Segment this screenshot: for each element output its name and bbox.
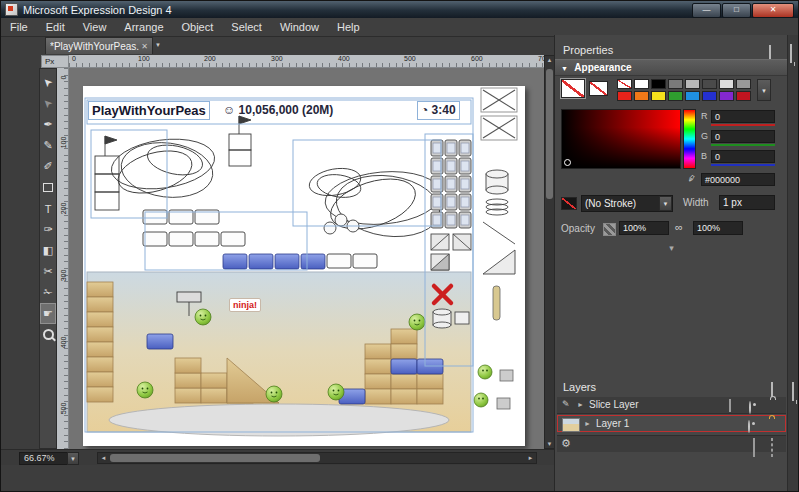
palette-swatch[interactable]	[702, 91, 717, 101]
layer-row-layer1[interactable]: ► Layer 1	[557, 415, 786, 432]
zoom-level-field[interactable]: 66.67%	[19, 452, 71, 465]
paint-tool[interactable]: ◧	[40, 240, 56, 261]
menu-help[interactable]: Help	[328, 18, 369, 36]
pen-tool[interactable]: ✒	[40, 114, 56, 135]
link-opacity-icon[interactable]: ∞	[675, 221, 683, 233]
palette-swatch[interactable]	[685, 91, 700, 101]
selection-tool[interactable]: ➤	[40, 72, 56, 93]
pencil-tool[interactable]: ✎	[40, 135, 56, 156]
tab-list-dropdown-icon[interactable]: ▼	[155, 42, 161, 48]
hex-color-field[interactable]: #000000	[701, 173, 775, 186]
text-tool[interactable]: T	[40, 198, 56, 219]
eyedropper-icon[interactable]: ✑	[684, 172, 698, 185]
magnifier-icon	[43, 329, 54, 340]
menu-edit[interactable]: Edit	[37, 18, 74, 36]
menu-window[interactable]: Window	[271, 18, 328, 36]
eyedropper-tool[interactable]: ✑	[40, 219, 56, 240]
scroll-up-icon[interactable]: ▲	[545, 57, 554, 63]
titlebar[interactable]: Microsoft Expression Design 4 — □ ✕	[1, 1, 798, 18]
menu-object[interactable]: Object	[173, 18, 223, 36]
expand-appearance-chevron[interactable]: ▾	[555, 243, 788, 253]
green-label: G	[701, 131, 708, 141]
close-button[interactable]: ✕	[752, 3, 794, 18]
green-value-field[interactable]: 0	[711, 130, 775, 143]
maximize-button[interactable]: □	[722, 3, 751, 18]
palette-swatch[interactable]	[668, 79, 683, 89]
layers-edge-pin-icon[interactable]	[792, 382, 794, 401]
game-score-text[interactable]: ☺ 10,056,000 (20M)	[223, 103, 333, 117]
palette-swatch[interactable]	[668, 91, 683, 101]
green-channel-bar	[711, 144, 775, 146]
palette-swatch[interactable]	[736, 79, 751, 89]
canvas[interactable]: PlayWithYourPeas ☺ 10,056,000 (20M) ◔ 3:…	[69, 68, 544, 449]
hand-icon: ☛	[43, 307, 53, 320]
scroll-down-icon[interactable]: ▼	[545, 441, 554, 447]
palette-swatch[interactable]	[651, 79, 666, 89]
blue-value-field[interactable]: 0	[711, 150, 775, 163]
menu-select[interactable]: Select	[222, 18, 271, 36]
menu-view[interactable]: View	[74, 18, 116, 36]
expand-layer-icon[interactable]: ►	[584, 420, 591, 427]
layer-visibility-icon[interactable]	[749, 401, 751, 414]
palette-swatch[interactable]	[634, 91, 649, 101]
layer-row-slice[interactable]: ✎ ► Slice Layer	[557, 397, 786, 414]
document-tab[interactable]: *PlayWithYourPeas... ✕	[45, 37, 153, 54]
paintbrush-tool[interactable]: ✐	[40, 156, 56, 177]
artboard[interactable]: PlayWithYourPeas ☺ 10,056,000 (20M) ◔ 3:…	[83, 86, 525, 446]
direct-selection-tool[interactable]: ➤	[40, 93, 56, 114]
zoom-dropdown-icon[interactable]: ▼	[67, 452, 79, 465]
ninja-label[interactable]: ninja!	[229, 298, 261, 312]
hruler-num: 600	[471, 55, 483, 62]
object-opacity-field[interactable]: 100%	[619, 221, 669, 235]
slice-tool[interactable]: ✁	[40, 282, 56, 303]
swatch-library-dropdown-icon[interactable]: ▼	[757, 79, 771, 101]
layer-options-gear-icon[interactable]: ⚙	[561, 437, 571, 450]
palette-swatch[interactable]	[736, 91, 751, 101]
scroll-right-icon[interactable]: ►	[526, 455, 535, 461]
add-layer-icon[interactable]	[753, 438, 755, 457]
fill-opacity-field[interactable]: 100%	[693, 221, 743, 235]
game-design-artwork[interactable]	[83, 86, 525, 446]
game-title-text[interactable]: PlayWithYourPeas	[88, 101, 210, 120]
tab-close-icon[interactable]: ✕	[141, 42, 148, 51]
app-window: Microsoft Expression Design 4 — □ ✕ File…	[0, 0, 799, 492]
appearance-section-bar[interactable]: ▼ Appearance	[555, 59, 788, 76]
palette-swatch[interactable]	[685, 79, 700, 89]
hruler-num: 200	[204, 55, 216, 62]
layer-render-box[interactable]	[729, 399, 731, 412]
layer-visibility-icon[interactable]	[748, 420, 750, 433]
palette-swatch[interactable]	[617, 91, 632, 101]
menu-arrange[interactable]: Arrange	[115, 18, 172, 36]
rectangle-tool[interactable]	[40, 177, 56, 198]
scroll-left-icon[interactable]: ◄	[99, 455, 108, 461]
stroke-width-field[interactable]: 1 px	[719, 195, 775, 210]
vertical-scroll-thumb[interactable]	[546, 69, 553, 199]
palette-swatch[interactable]	[651, 91, 666, 101]
vertical-ruler[interactable]: 0 100 200 300 400 500	[57, 68, 69, 449]
game-timer-text[interactable]: ◔ 3:40	[417, 101, 460, 120]
palette-swatch[interactable]	[719, 79, 734, 89]
stroke-color-indicator[interactable]	[589, 81, 608, 96]
palette-swatch[interactable]	[634, 79, 649, 89]
section-collapse-icon[interactable]: ▼	[561, 65, 568, 72]
pan-tool[interactable]: ☛	[40, 303, 56, 324]
minimize-button[interactable]: —	[692, 3, 721, 18]
red-value-field[interactable]: 0	[711, 110, 775, 123]
delete-layer-icon[interactable]	[771, 438, 773, 457]
fill-color-indicator[interactable]	[561, 79, 585, 98]
color-picker-area[interactable]	[561, 109, 681, 169]
menu-file[interactable]: File	[1, 18, 37, 36]
palette-swatch[interactable]	[719, 91, 734, 101]
palette-swatch[interactable]	[617, 79, 632, 89]
horizontal-scroll-thumb[interactable]	[110, 454, 320, 462]
horizontal-scrollbar[interactable]: ◄ ►	[97, 452, 537, 464]
expand-layer-icon[interactable]: ►	[577, 401, 584, 408]
scratch-items[interactable]	[481, 88, 517, 409]
horizontal-ruler[interactable]: 0 100 200 300 400 500 600 700	[69, 55, 544, 68]
stroke-dropdown-icon[interactable]: ▼	[659, 196, 672, 211]
palette-swatch[interactable]	[702, 79, 717, 89]
scissors-tool[interactable]: ✂	[40, 261, 56, 282]
properties-edge-pin-icon[interactable]	[790, 44, 792, 63]
zoom-tool[interactable]	[40, 324, 56, 345]
hue-slider[interactable]	[683, 109, 696, 169]
